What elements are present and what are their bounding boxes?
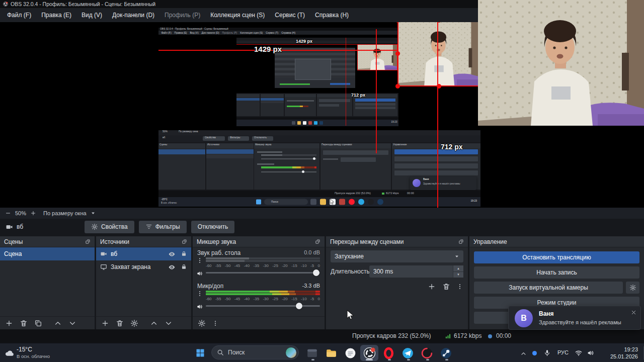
- move-scene-up-icon[interactable]: [54, 319, 62, 327]
- add-transition-icon[interactable]: [428, 283, 436, 291]
- search-daily-image: [286, 347, 296, 358]
- webcam-source-selected[interactable]: [397, 22, 480, 86]
- search-box[interactable]: Поиск: [211, 345, 299, 359]
- move-source-down-icon[interactable]: [165, 319, 173, 327]
- properties-button[interactable]: Свойства: [85, 221, 134, 233]
- clock-date: 25.01.2026: [610, 353, 638, 360]
- gear-icon: [629, 284, 636, 291]
- source-item-screen-capture[interactable]: Захват экрана: [96, 260, 191, 274]
- zoom-in-icon[interactable]: [30, 210, 36, 216]
- duration-field[interactable]: 300 ms ▲▼: [369, 265, 463, 278]
- channel-options-icon[interactable]: [197, 291, 203, 297]
- remove-scene-icon[interactable]: [20, 319, 28, 327]
- visibility-eye-icon[interactable]: [168, 250, 176, 258]
- weather-cloud-icon[interactable]: [5, 348, 14, 358]
- menu-docks[interactable]: Док-панели (D): [107, 9, 159, 21]
- video-camera-icon: [100, 250, 107, 257]
- move-scene-down-icon[interactable]: [68, 319, 76, 327]
- mini-notification: Ваня Здравствуйте я нашёл рекламы: [410, 176, 476, 190]
- resize-guide-vertical: [437, 22, 438, 208]
- menu-file[interactable]: Файл (F): [2, 9, 36, 21]
- sources-dock: Источники вб Захват экрана: [96, 236, 191, 329]
- menu-edit[interactable]: Правка (E): [36, 9, 76, 21]
- weather-desc[interactable]: В осн. облачно: [17, 353, 50, 359]
- visibility-eye-icon[interactable]: [168, 263, 176, 271]
- resize-handle[interactable]: [395, 51, 400, 56]
- volume-meter: [206, 291, 320, 293]
- signal-bars-icon: [445, 333, 451, 339]
- mixer-options-icon[interactable]: [212, 319, 218, 327]
- lock-icon[interactable]: [181, 250, 187, 257]
- stop-streaming-button[interactable]: Остановить трансляцию: [474, 251, 639, 263]
- popout-icon[interactable]: [85, 239, 91, 244]
- virtual-camera-settings-button[interactable]: [626, 282, 639, 294]
- meter-scale: -60-55-50-45-40-35-30-25-20-15-10-50: [206, 263, 320, 268]
- move-source-up-icon[interactable]: [150, 319, 158, 327]
- webcam-window[interactable]: [478, 0, 644, 126]
- taskbar-steam-icon[interactable]: [437, 345, 455, 361]
- menu-view[interactable]: Вид (V): [76, 9, 107, 21]
- menu-help[interactable]: Справка (H): [310, 9, 354, 21]
- scene-item[interactable]: Сцена: [0, 247, 95, 260]
- volume-slider[interactable]: [206, 303, 320, 309]
- start-button[interactable]: [195, 348, 205, 358]
- taskbar-window-icon[interactable]: [303, 345, 321, 361]
- popout-icon[interactable]: [458, 239, 464, 244]
- taskbar-obs-icon[interactable]: [360, 345, 378, 361]
- popout-icon[interactable]: [315, 239, 320, 244]
- zoom-out-icon[interactable]: [5, 210, 11, 216]
- mute-speaker-icon[interactable]: [196, 270, 203, 277]
- scenes-dock-title: Сцены: [4, 238, 23, 245]
- duplicate-scene-icon[interactable]: [34, 319, 42, 327]
- clock[interactable]: 19:23 25.01.2026: [610, 346, 638, 360]
- dropped-frames: Пропуск кадров 232 (52.0%): [352, 329, 431, 343]
- source-item-webcam[interactable]: вб: [96, 247, 191, 260]
- taskbar-operagx-icon[interactable]: [418, 345, 436, 361]
- controls-dock-title: Управление: [473, 238, 507, 245]
- scenes-dock: Сцены Сцена: [0, 236, 95, 329]
- resize-handle[interactable]: [395, 84, 400, 88]
- channel-options-icon[interactable]: [197, 257, 203, 263]
- duration-spinner[interactable]: ▲▼: [453, 265, 463, 278]
- disable-button[interactable]: Отключить: [191, 221, 235, 233]
- language-indicator[interactable]: РУС: [557, 349, 569, 355]
- mute-speaker-icon[interactable]: [196, 303, 203, 310]
- remove-source-icon[interactable]: [116, 319, 124, 327]
- virtual-camera-button[interactable]: Запуск виртуальной камеры: [474, 282, 623, 294]
- tray-mic-icon[interactable]: [543, 349, 551, 356]
- popout-icon[interactable]: [182, 239, 187, 244]
- gear-icon: [91, 223, 98, 230]
- fit-dropdown[interactable]: По размеру окна: [43, 210, 87, 216]
- add-scene-icon[interactable]: [5, 319, 13, 327]
- transition-options-icon[interactable]: [457, 283, 463, 291]
- taskbar-opera-icon[interactable]: [379, 345, 397, 361]
- tray-wifi-icon[interactable]: [575, 349, 583, 357]
- tray-chevron-up-icon[interactable]: [520, 350, 527, 356]
- tray-blue-icon[interactable]: [532, 351, 537, 355]
- menu-scene-collection[interactable]: Коллекция сцен (S): [205, 9, 270, 21]
- taskbar-telegram-icon[interactable]: [398, 345, 417, 361]
- remove-transition-icon[interactable]: [442, 283, 450, 291]
- message-notification[interactable]: В Ваня Здравствуйте я нашёл рекламы: [508, 306, 641, 330]
- mini-zoom-row: 50% По размеру окна: [158, 130, 480, 135]
- taskbar: -15°C В осн. облачно Поиск РУС 19:23 25.…: [0, 343, 644, 362]
- height-size-label: 712 px: [441, 143, 463, 151]
- source-properties-icon[interactable]: [130, 319, 138, 327]
- start-recording-button[interactable]: Начать запись: [474, 266, 639, 279]
- add-source-icon[interactable]: [101, 319, 109, 327]
- bitrate: 6172 kbps: [454, 329, 481, 343]
- volume-slider[interactable]: [206, 269, 320, 276]
- mixer-settings-gear-icon[interactable]: [198, 319, 206, 327]
- tray-volume-icon[interactable]: [587, 349, 595, 357]
- selected-source-name: вб: [17, 223, 23, 230]
- close-icon[interactable]: [631, 310, 636, 315]
- chevron-down-icon[interactable]: [91, 211, 96, 216]
- lock-icon[interactable]: [181, 263, 187, 270]
- transition-select[interactable]: Затухание: [331, 250, 463, 262]
- menu-profile[interactable]: Профиль (P): [159, 9, 205, 21]
- weather-temp[interactable]: -15°C: [17, 346, 32, 353]
- taskbar-folder-icon[interactable]: [322, 345, 340, 361]
- menu-tools[interactable]: Сервис (T): [270, 9, 310, 21]
- filters-button[interactable]: Фильтры: [139, 221, 187, 233]
- taskbar-notes-icon[interactable]: [341, 345, 359, 361]
